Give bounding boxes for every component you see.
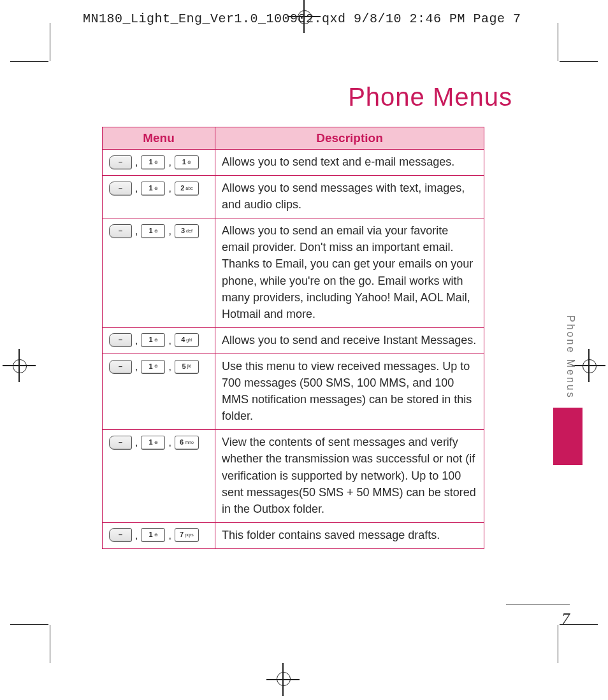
table-row: –,1⊕,6mnoView the contents of sent messa… [103, 430, 484, 522]
key-soft-icon: – [109, 436, 132, 450]
menu-keys-cell: –,1⊕,2abc [103, 176, 215, 218]
key-3-icon: 3def [175, 224, 199, 238]
separator: , [168, 181, 171, 196]
page-content: Phone Menus Menu Description –,1⊕,1⊕Allo… [51, 64, 557, 624]
side-tab [553, 408, 583, 465]
key-soft-icon: – [109, 182, 132, 196]
key-1-icon: 1⊕ [141, 333, 165, 347]
crop-circle-bottom [277, 672, 291, 686]
key-1-icon: 1⊕ [175, 155, 199, 169]
table-row: –,1⊕,5jklUse this menu to view received … [103, 354, 484, 429]
separator: , [134, 155, 138, 169]
key-2-icon: 2abc [175, 182, 199, 196]
key-7-icon: 7pqrs [175, 528, 199, 542]
menu-keys-cell: –,1⊕,4ghi [103, 327, 215, 354]
separator: , [134, 181, 138, 196]
crop-mark [558, 23, 558, 61]
key-5-icon: 5jkl [175, 360, 199, 374]
crop-mark [50, 625, 50, 663]
key-4-icon: 4ghi [175, 333, 199, 347]
key-soft-icon: – [109, 360, 132, 374]
separator: , [134, 528, 138, 543]
crop-mark [10, 61, 48, 62]
key-1-icon: 1⊕ [141, 528, 165, 542]
key-1-icon: 1⊕ [141, 155, 165, 169]
table-row: –,1⊕,1⊕Allows you to send text and e-mai… [103, 150, 484, 176]
crop-mark [10, 624, 48, 625]
col-header-description: Description [215, 127, 484, 150]
key-soft-icon: – [109, 333, 132, 347]
separator: , [134, 333, 138, 348]
table-row: –,1⊕,3defAllows you to send an email via… [103, 218, 484, 328]
page-title: Phone Menus [102, 83, 512, 111]
menu-description-cell: View the contents of sent messages and v… [215, 430, 484, 522]
menu-keys-cell: –,1⊕,6mno [103, 430, 215, 522]
menu-keys-cell: –,1⊕,5jkl [103, 354, 215, 429]
key-1-icon: 1⊕ [141, 224, 165, 238]
menu-keys-cell: –,1⊕,1⊕ [103, 150, 215, 176]
col-header-menu: Menu [103, 127, 215, 150]
table-row: –,1⊕,7pqrsThis folder contains saved mes… [103, 522, 484, 548]
key-1-icon: 1⊕ [141, 360, 165, 374]
menu-table: Menu Description –,1⊕,1⊕Allows you to se… [102, 127, 484, 549]
menu-keys-cell: –,1⊕,7pqrs [103, 522, 215, 548]
menu-description-cell: Use this menu to view received messages.… [215, 354, 484, 429]
crop-circle-top [298, 10, 312, 24]
registration-mark-right [575, 352, 603, 380]
key-6-icon: 6mno [175, 436, 199, 450]
menu-description-cell: Allows you to send messages with text, i… [215, 176, 484, 218]
table-row: –,1⊕,4ghiAllows you to send and receive … [103, 327, 484, 354]
key-soft-icon: – [109, 528, 132, 542]
page-number-rule [506, 604, 570, 604]
menu-description-cell: Allows you to send and receive Instant M… [215, 327, 484, 354]
key-soft-icon: – [109, 155, 132, 169]
key-soft-icon: – [109, 224, 132, 238]
separator: , [168, 528, 171, 543]
crop-mark [50, 23, 50, 61]
separator: , [168, 224, 171, 238]
menu-description-cell: Allows you to send text and e-mail messa… [215, 150, 484, 176]
separator: , [168, 435, 171, 450]
registration-mark-left [5, 352, 33, 380]
menu-keys-cell: –,1⊕,3def [103, 218, 215, 328]
key-1-icon: 1⊕ [141, 436, 165, 450]
table-row: –,1⊕,2abcAllows you to send messages wit… [103, 176, 484, 218]
menu-description-cell: This folder contains saved message draft… [215, 522, 484, 548]
menu-description-cell: Allows you to send an email via your fav… [215, 218, 484, 328]
crop-mark [558, 625, 558, 663]
key-1-icon: 1⊕ [141, 182, 165, 196]
separator: , [168, 359, 171, 374]
side-label: Phone Menus [565, 315, 576, 399]
separator: , [134, 224, 138, 238]
separator: , [134, 435, 138, 450]
page-number: 7 [561, 610, 570, 629]
separator: , [134, 359, 138, 374]
crop-mark [560, 61, 598, 62]
separator: , [168, 155, 171, 169]
separator: , [168, 333, 171, 348]
